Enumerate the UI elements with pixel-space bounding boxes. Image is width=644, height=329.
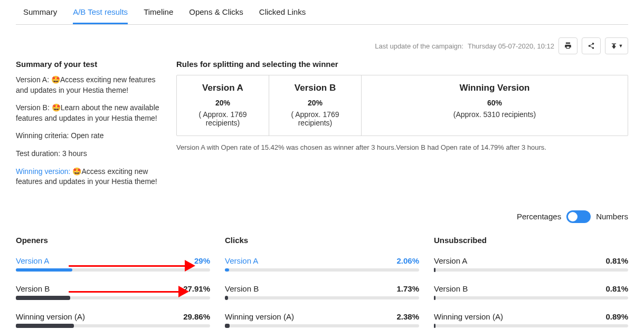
openers-a-label: Version A bbox=[16, 256, 49, 265]
rules-table: Version A 20% ( Approx. 1769 recipients)… bbox=[176, 75, 628, 136]
openers-b-bar bbox=[16, 296, 70, 300]
unsub-a-value: 0.81% bbox=[605, 256, 628, 265]
clicks-win-bar bbox=[225, 324, 230, 328]
clicks-row-a: Version A 2.06% bbox=[225, 256, 419, 272]
rules-cell-winning: Winning Version 60% (Approx. 5310 recipi… bbox=[362, 75, 628, 136]
download-button[interactable]: ▼ bbox=[605, 37, 628, 54]
rules-version-b-pct: 20% bbox=[274, 99, 356, 107]
unsub-a-bar bbox=[434, 268, 435, 272]
clicks-title: Clicks bbox=[225, 236, 419, 245]
rules-panel: Rules for splitting and selecting the wi… bbox=[176, 60, 628, 151]
metric-clicks: Clicks Version A 2.06% Version B 1.73% W… bbox=[225, 236, 419, 329]
tab-clicked-links[interactable]: Clicked Links bbox=[259, 0, 306, 24]
rules-version-b-title: Version B bbox=[274, 83, 356, 93]
summary-duration: Test duration: 3 hours bbox=[16, 149, 164, 159]
openers-title: Openers bbox=[16, 236, 210, 245]
clicks-win-label: Winning version (A) bbox=[225, 312, 294, 321]
print-icon bbox=[564, 42, 572, 50]
summary-winning-link[interactable]: Winning version: 🤩Access exciting new fe… bbox=[16, 167, 164, 187]
unsub-row-win: Winning version (A) 0.89% bbox=[434, 312, 628, 327]
clicks-a-bar bbox=[225, 268, 229, 272]
unsub-win-value: 0.89% bbox=[605, 312, 628, 321]
unsub-b-value: 0.81% bbox=[605, 284, 628, 293]
download-icon bbox=[610, 42, 618, 50]
tabs: Summary A/B Test results Timeline Opens … bbox=[16, 0, 628, 25]
rules-version-a-pct: 20% bbox=[182, 99, 263, 107]
rules-title: Rules for splitting and selecting the wi… bbox=[176, 60, 628, 69]
summary-version-b: Version B: 🤩Learn about the new availabl… bbox=[16, 103, 164, 123]
openers-row-win: Winning version (A) 29.86% bbox=[16, 312, 210, 327]
emoji-icon: 🤩 bbox=[52, 103, 61, 112]
openers-row-b: Version B 27.91% bbox=[16, 284, 210, 299]
tab-opens-clicks[interactable]: Opens & Clicks bbox=[189, 0, 243, 24]
toggle-row: Percentages Numbers bbox=[16, 210, 628, 223]
clicks-a-label: Version A bbox=[225, 256, 258, 265]
clicks-row-win: Winning version (A) 2.38% bbox=[225, 312, 419, 327]
unsub-row-b: Version B 0.81% bbox=[434, 284, 628, 299]
clicks-a-value: 2.06% bbox=[396, 256, 419, 265]
openers-a-bar bbox=[16, 268, 72, 272]
clicks-win-value: 2.38% bbox=[396, 312, 419, 321]
rules-cell-version-b: Version B 20% ( Approx. 1769 recipients) bbox=[269, 75, 362, 136]
summary-version-a: Version A: 🤩Access exciting new features… bbox=[16, 75, 164, 95]
unsub-a-label: Version A bbox=[434, 256, 467, 265]
rules-note: Version A with Open rate of 15.42% was c… bbox=[176, 143, 628, 151]
unsub-win-label: Winning version (A) bbox=[434, 312, 503, 321]
share-button[interactable] bbox=[582, 37, 601, 54]
rules-winning-title: Winning Version bbox=[367, 83, 622, 93]
chevron-down-icon: ▼ bbox=[619, 43, 623, 49]
toggle-label-percentages: Percentages bbox=[517, 212, 561, 221]
metric-openers: Openers Version A 29% Version B 27.91% bbox=[16, 236, 210, 329]
meta-row: Last update of the campaign: Thursday 05… bbox=[16, 37, 628, 54]
unsub-b-label: Version B bbox=[434, 284, 468, 293]
metric-unsubscribed: Unsubscribed Version A 0.81% Version B 0… bbox=[434, 236, 628, 329]
rules-winning-pct: 60% bbox=[367, 99, 622, 107]
clicks-b-label: Version B bbox=[225, 284, 259, 293]
rules-version-a-approx: ( Approx. 1769 recipients) bbox=[182, 110, 263, 127]
openers-win-value: 29.86% bbox=[183, 312, 210, 321]
openers-win-bar bbox=[16, 324, 74, 328]
unsub-row-a: Version A 0.81% bbox=[434, 256, 628, 272]
rules-version-b-approx: ( Approx. 1769 recipients) bbox=[274, 110, 356, 127]
print-button[interactable] bbox=[558, 37, 577, 54]
summary-title: Summary of your test bbox=[16, 60, 164, 69]
unsub-b-bar bbox=[434, 296, 435, 300]
clicks-row-b: Version B 1.73% bbox=[225, 284, 419, 299]
tab-timeline[interactable]: Timeline bbox=[144, 0, 173, 24]
rules-version-a-title: Version A bbox=[182, 83, 263, 93]
percentages-numbers-toggle[interactable] bbox=[566, 210, 591, 223]
rules-winning-approx: (Approx. 5310 recipients) bbox=[367, 110, 622, 119]
share-icon bbox=[588, 42, 595, 50]
emoji-icon: 🤩 bbox=[72, 167, 81, 176]
toggle-label-numbers: Numbers bbox=[596, 212, 628, 221]
last-update-label: Last update of the campaign: bbox=[375, 42, 463, 50]
rules-cell-version-a: Version A 20% ( Approx. 1769 recipients) bbox=[177, 75, 269, 136]
openers-a-value: 29% bbox=[194, 256, 210, 265]
openers-win-label: Winning version (A) bbox=[16, 312, 85, 321]
summary-criteria: Winning criteria: Open rate bbox=[16, 131, 164, 141]
emoji-icon: 🤩 bbox=[51, 75, 60, 84]
clicks-b-bar bbox=[225, 296, 228, 300]
tab-abtest[interactable]: A/B Test results bbox=[73, 0, 128, 24]
last-update-value: Thursday 05-07-2020, 10:12 bbox=[468, 42, 554, 50]
unsub-title: Unsubscribed bbox=[434, 236, 628, 245]
tab-summary[interactable]: Summary bbox=[23, 0, 57, 24]
clicks-b-value: 1.73% bbox=[396, 284, 419, 293]
openers-row-a: Version A 29% bbox=[16, 256, 210, 272]
openers-b-label: Version B bbox=[16, 284, 50, 293]
openers-b-value: 27.91% bbox=[183, 284, 210, 293]
unsub-win-bar bbox=[434, 324, 435, 328]
summary-panel: Summary of your test Version A: 🤩Access … bbox=[16, 60, 164, 195]
metrics: Openers Version A 29% Version B 27.91% bbox=[16, 236, 628, 329]
